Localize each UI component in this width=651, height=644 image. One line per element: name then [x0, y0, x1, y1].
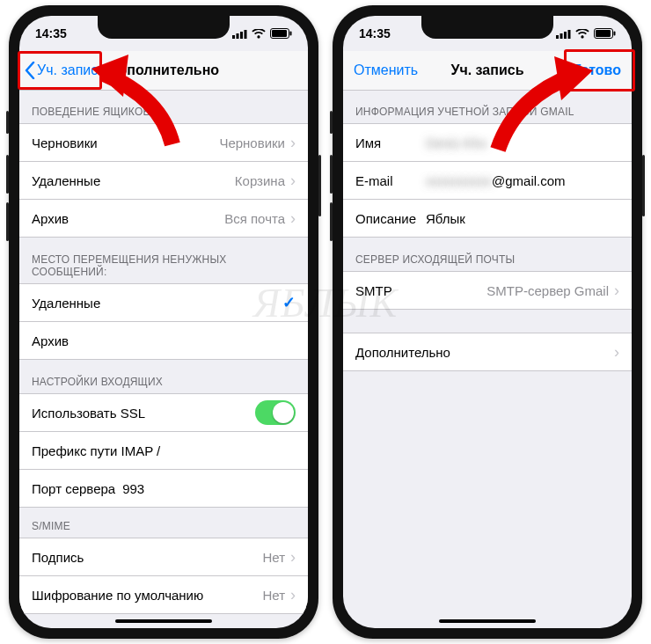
svg-rect-12	[596, 30, 611, 37]
row-label: Подпись	[32, 550, 84, 565]
svg-rect-8	[560, 33, 563, 39]
svg-rect-6	[290, 32, 292, 36]
row-label: Использовать SSL	[32, 406, 145, 421]
volume-down-button	[330, 202, 333, 241]
row-label: Архив	[32, 333, 69, 348]
row-value: 993	[122, 481, 144, 496]
chevron-right-icon: ›	[290, 586, 296, 604]
row-label: Черновики	[32, 135, 98, 150]
phone-left: 14:35 Уч. запись Дополнительно ПОВЕДЕНИЕ…	[9, 5, 318, 639]
svg-rect-5	[272, 30, 287, 37]
row-label: Порт сервера	[32, 481, 115, 496]
section-header-move: МЕСТО ПЕРЕМЕЩЕНИЯ НЕНУЖНЫХ СООБЩЕНИЙ:	[19, 238, 308, 283]
row-label: Архив	[32, 211, 69, 226]
battery-icon	[270, 28, 292, 39]
chevron-right-icon: ›	[290, 134, 296, 152]
row-move-deleted[interactable]: Удаленные ✓	[19, 283, 308, 321]
row-drafts[interactable]: Черновики Черновики ›	[19, 123, 308, 161]
section-header-incoming: НАСТРОЙКИ ВХОДЯЩИХ	[19, 360, 308, 393]
home-indicator[interactable]	[439, 619, 536, 623]
clock: 14:35	[35, 26, 67, 40]
chevron-left-icon	[25, 62, 35, 79]
row-label: Удаленные	[32, 296, 100, 311]
row-smtp[interactable]: SMTP SMTP-сервер Gmail ›	[343, 271, 632, 310]
row-label: Удаленные	[32, 173, 100, 188]
navbar: Отменить Уч. запись Готово	[343, 51, 632, 91]
cellular-icon	[232, 29, 247, 39]
volume-down-button	[6, 202, 9, 241]
mute-switch	[330, 111, 333, 134]
home-indicator[interactable]	[115, 619, 212, 623]
row-label: SMTP	[355, 283, 392, 298]
row-value: Нет	[262, 588, 285, 603]
two-phone-screenshot: ЯБЛЫК 14:35 Уч. запись Дополните	[0, 0, 651, 644]
checkmark-icon: ✓	[282, 293, 296, 312]
row-move-archive[interactable]: Архив	[19, 321, 308, 360]
svg-rect-3	[245, 30, 247, 39]
row-signature[interactable]: Подпись Нет ›	[19, 538, 308, 575]
chevron-right-icon: ›	[614, 343, 619, 362]
chevron-right-icon: ›	[290, 172, 296, 190]
status-icons	[556, 28, 616, 39]
row-deleted[interactable]: Удаленные Корзина ›	[19, 161, 308, 199]
row-value: Вся почта	[224, 211, 285, 226]
screen-left: 14:35 Уч. запись Дополнительно ПОВЕДЕНИЕ…	[19, 16, 308, 628]
row-use-ssl[interactable]: Использовать SSL	[19, 393, 308, 431]
svg-rect-0	[232, 35, 235, 39]
chevron-right-icon: ›	[290, 209, 296, 228]
volume-up-button	[330, 155, 333, 194]
status-icons	[232, 28, 292, 39]
navbar: Уч. запись Дополнительно	[19, 51, 308, 91]
row-encryption[interactable]: Шифрование по умолчанию Нет ›	[19, 575, 308, 614]
notch	[421, 16, 553, 39]
field-label: E-mail	[355, 173, 426, 188]
svg-rect-10	[568, 30, 571, 39]
wifi-icon	[252, 29, 266, 39]
svg-rect-9	[564, 32, 567, 39]
row-email[interactable]: E-mail xxxxxxxxxx@gmail.com	[343, 161, 632, 199]
section-header-behavior: ПОВЕДЕНИЕ ЯЩИКОВ	[19, 90, 308, 123]
svg-rect-2	[240, 32, 243, 39]
screen-right: 14:35 Отменить Уч. запись Готово ИНФОРМА…	[343, 16, 632, 628]
svg-rect-7	[556, 35, 559, 39]
chevron-right-icon: ›	[290, 548, 296, 567]
volume-up-button	[6, 155, 9, 194]
account-content[interactable]: ИНФОРМАЦИЯ УЧЕТНОЙ ЗАПИСИ GMAIL Имя Deni…	[343, 90, 632, 628]
row-server-port[interactable]: Порт сервера 993	[19, 469, 308, 508]
field-label: Описание	[355, 211, 426, 226]
cancel-button[interactable]: Отменить	[343, 62, 418, 78]
row-value: Нет	[262, 550, 285, 565]
row-advanced[interactable]: Дополнительно ›	[343, 333, 632, 371]
field-value-name: Denis Kho	[426, 135, 486, 150]
ssl-toggle[interactable]	[255, 400, 296, 425]
field-value-description: Яблык	[426, 211, 465, 226]
field-label: Имя	[355, 135, 426, 150]
row-label: Дополнительно	[355, 345, 450, 360]
done-button[interactable]: Готово	[574, 62, 621, 78]
row-archive[interactable]: Архив Вся почта ›	[19, 199, 308, 238]
field-value-email-hidden: xxxxxxxxxx	[426, 173, 492, 188]
cellular-icon	[556, 29, 571, 39]
row-value: Корзина	[235, 173, 285, 188]
back-label: Уч. запись	[37, 62, 106, 78]
phone-right: 14:35 Отменить Уч. запись Готово ИНФОРМА…	[333, 5, 642, 639]
row-imap-prefix[interactable]: Префикс пути IMAP /	[19, 431, 308, 469]
notch	[98, 16, 230, 39]
power-button	[642, 155, 645, 216]
settings-content[interactable]: ПОВЕДЕНИЕ ЯЩИКОВ Черновики Черновики › У…	[19, 90, 308, 628]
mute-switch	[6, 111, 9, 134]
power-button	[318, 155, 321, 216]
clock: 14:35	[359, 26, 391, 40]
field-value-email-domain: @gmail.com	[492, 173, 566, 188]
battery-icon	[594, 28, 616, 39]
chevron-right-icon: ›	[614, 282, 619, 300]
row-name[interactable]: Имя Denis Kho	[343, 123, 632, 161]
row-label: Префикс пути IMAP	[32, 443, 153, 458]
row-description[interactable]: Описание Яблык	[343, 199, 632, 238]
row-label: Шифрование по умолчанию	[32, 588, 203, 603]
section-header-smime: S/MIME	[19, 508, 308, 538]
section-header-info: ИНФОРМАЦИЯ УЧЕТНОЙ ЗАПИСИ GMAIL	[343, 90, 632, 123]
section-header-smtp: СЕРВЕР ИСХОДЯЩЕЙ ПОЧТЫ	[343, 238, 632, 271]
svg-rect-13	[614, 32, 616, 36]
back-button[interactable]: Уч. запись	[19, 62, 106, 79]
